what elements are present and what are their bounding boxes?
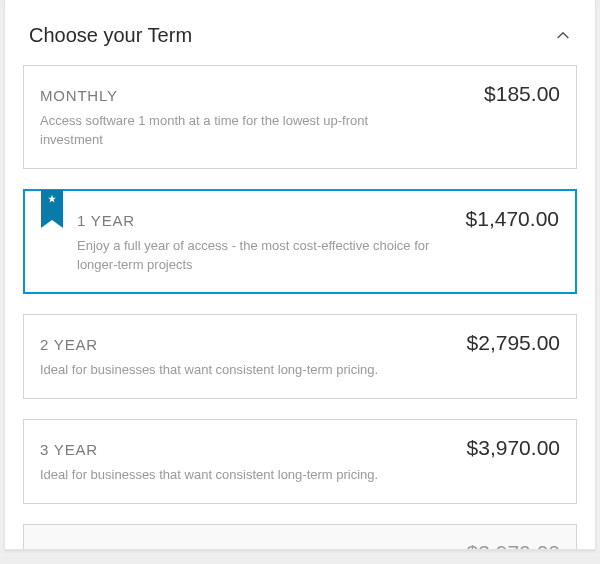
term-desc: Ideal for businesses that want consisten… [40, 466, 400, 485]
chevron-up-icon [555, 28, 571, 44]
term-price-block: $3,970.00 $2,779.00 [467, 541, 560, 550]
term-panel: Choose your Term MONTHLY $185.00 Access … [4, 0, 596, 550]
term-desc: Ideal for businesses that want consisten… [40, 361, 400, 380]
recommended-ribbon-icon [41, 190, 63, 220]
term-price: $1,470.00 [466, 207, 559, 231]
term-label: 3 YEAR [40, 441, 98, 458]
term-label: MONTHLY [40, 87, 118, 104]
term-option-monthly[interactable]: MONTHLY $185.00 Access software 1 month … [23, 65, 577, 169]
term-option-3year[interactable]: 3 YEAR $3,970.00 Ideal for businesses th… [23, 419, 577, 504]
term-option-2year[interactable]: 2 YEAR $2,795.00 Ideal for businesses th… [23, 314, 577, 399]
term-price: $3,970.00 [467, 436, 560, 460]
term-desc: Access software 1 month at a time for th… [40, 112, 400, 150]
panel-header[interactable]: Choose your Term [23, 0, 577, 65]
term-price: $185.00 [484, 82, 560, 106]
panel-title: Choose your Term [29, 24, 192, 47]
term-label: 2 YEAR [40, 336, 98, 353]
term-label: 1 YEAR [77, 212, 135, 229]
term-price: $2,795.00 [467, 331, 560, 355]
term-option-1year[interactable]: 1 YEAR $1,470.00 Enjoy a full year of ac… [23, 189, 577, 295]
term-original-price: $3,970.00 [467, 541, 560, 550]
term-option-3year-tradein[interactable]: 3 YEAR - SPECIAL TRADE-IN OFFER $3,970.0… [23, 524, 577, 550]
term-desc: Enjoy a full year of access - the most c… [77, 237, 437, 275]
term-label: 3 YEAR - SPECIAL TRADE-IN OFFER [40, 546, 324, 550]
